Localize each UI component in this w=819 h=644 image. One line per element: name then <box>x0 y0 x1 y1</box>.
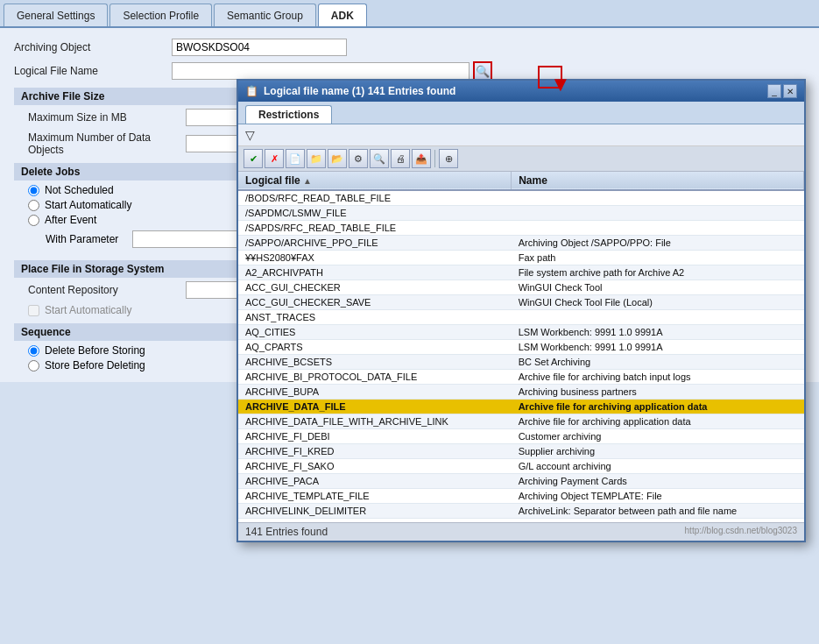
cell-logical: ARCHIVE_DATA_FILE <box>238 400 512 414</box>
modal-title: Logical file name (1) 141 Entries found <box>264 85 455 97</box>
cell-logical: ARCHIVE_FI_DEBI <box>238 429 512 444</box>
cell-name: G/L account archiving <box>512 459 804 474</box>
table-row[interactable]: ACC_GUI_CHECKER_SAVEWinGUI Check Tool Fi… <box>238 295 804 310</box>
cell-name: Archive file for archiving batch input l… <box>512 370 804 385</box>
modal-toolbar: ✔ ✗ 📄 📁 📂 ⚙ 🔍 🖨 📤 ⊕ <box>238 146 804 172</box>
table-row[interactable]: A2_ARCHIVPATHFile system archive path fo… <box>238 265 804 280</box>
modal-close-button[interactable]: ✕ <box>783 84 797 98</box>
cell-name: Archive file for archiving application d… <box>512 400 804 414</box>
cell-name: Fax path <box>512 251 804 265</box>
cell-name <box>512 310 804 325</box>
cell-name: BC Set Archiving <box>512 355 804 370</box>
col1-sort-arrow: ▲ <box>303 176 312 186</box>
table-row[interactable]: ARCHIVE_DATA_FILEArchive file for archiv… <box>238 400 804 414</box>
cell-logical: ARCHIVE_BI_PROTOCOL_DATA_FILE <box>238 370 512 385</box>
cell-name: Logical File Name for ArchiveLink <box>512 519 804 523</box>
cell-logical: ARCHIVE_PACA <box>238 474 512 489</box>
table-row[interactable]: ¥¥HS2080¥FAXFax path <box>238 251 804 265</box>
toolbar-print-button[interactable]: 🖨 <box>391 149 410 168</box>
toolbar-folder2-button[interactable]: 📂 <box>328 149 347 168</box>
modal-tab-bar: Restrictions <box>238 102 804 124</box>
toolbar-search-button[interactable]: 🔍 <box>370 149 389 168</box>
toolbar-add-button[interactable]: ⊕ <box>439 149 458 168</box>
toolbar-separator <box>434 150 435 167</box>
table-row[interactable]: /SAPDS/RFC_READ_TABLE_FILE <box>238 221 804 236</box>
cell-logical: ARCHIVE_FI_SAKO <box>238 459 512 474</box>
table-row[interactable]: ARCHIVE_BI_PROTOCOL_DATA_FILEArchive fil… <box>238 370 804 385</box>
table-row[interactable]: ARCHIVE_FI_KREDSupplier archiving <box>238 444 804 459</box>
toolbar-copy-button[interactable]: 📄 <box>286 149 305 168</box>
toolbar-check-button[interactable]: ✔ <box>244 149 263 168</box>
table-row[interactable]: ARCHIVE_BUPAArchiving business partners <box>238 385 804 400</box>
cell-name <box>512 221 804 236</box>
col-logical-file-header: Logical file ▲ <box>238 172 512 190</box>
table-row[interactable]: /SAPPO/ARCHIVE_PPO_FILEArchiving Object … <box>238 236 804 251</box>
modal-dialog: 📋 Logical file name (1) 141 Entries foun… <box>237 79 806 542</box>
cell-name: Supplier archiving <box>512 444 804 459</box>
cell-name: WinGUI Check Tool <box>512 280 804 295</box>
toolbar-settings-button[interactable]: ⚙ <box>349 149 368 168</box>
modal-table-container[interactable]: Logical file ▲ Name /BODS/RFC_READ_TABLE… <box>238 172 804 522</box>
table-header-row: Logical file ▲ Name <box>238 172 804 190</box>
modal-titlebar-buttons: _ ✕ <box>767 84 797 98</box>
cell-logical: ARCHIVE_FI_KRED <box>238 444 512 459</box>
cell-name: WinGUI Check Tool File (Local) <box>512 295 804 310</box>
filter-row: ▽ <box>238 124 804 146</box>
cell-logical: ARCHIVE_TEMPLATE_FILE <box>238 489 512 504</box>
table-row[interactable]: ARCHIVELINK_DELIMITERArchiveLink: Separa… <box>238 504 804 519</box>
modal-tab-restrictions[interactable]: Restrictions <box>245 105 332 124</box>
cell-name: ArchiveLink: Separator between path and … <box>512 504 804 519</box>
toolbar-folder1-button[interactable]: 📁 <box>307 149 326 168</box>
table-body: /BODS/RFC_READ_TABLE_FILE/SAPDMC/LSMW_FI… <box>238 190 804 522</box>
cell-logical: /SAPPO/ARCHIVE_PPO_FILE <box>238 236 512 251</box>
cell-name: Archiving Object TEMPLATE: File <box>512 489 804 504</box>
cell-logical: ARCHIVE_BUPA <box>238 385 512 400</box>
cell-logical: /SAPDMC/LSMW_FILE <box>238 206 512 221</box>
table-row[interactable]: ARCHIVLINK_FILELogical File Name for Arc… <box>238 519 804 523</box>
table-row[interactable]: /BODS/RFC_READ_TABLE_FILE <box>238 190 804 206</box>
modal-overlay: 📋 Logical file name (1) 141 Entries foun… <box>0 0 819 644</box>
table-row[interactable]: ARCHIVE_TEMPLATE_FILEArchiving Object TE… <box>238 489 804 504</box>
arrow-indicator: ▼ <box>550 72 571 96</box>
cell-name: LSM Workbench: 9991 1.0 9991A <box>512 340 804 355</box>
cell-name <box>512 190 804 206</box>
table-row[interactable]: ARCHIVE_DATA_FILE_WITH_ARCHIVE_LINKArchi… <box>238 414 804 429</box>
table-row[interactable]: AQ_CPARTSLSM Workbench: 9991 1.0 9991A <box>238 340 804 355</box>
cell-name: Archiving Payment Cards <box>512 474 804 489</box>
toolbar-export-button[interactable]: 📤 <box>412 149 431 168</box>
cell-logical: ARCHIVELINK_DELIMITER <box>238 504 512 519</box>
watermark-text: http://blog.csdn.net/blog3023 <box>685 526 797 535</box>
cell-logical: ARCHIVE_DATA_FILE_WITH_ARCHIVE_LINK <box>238 414 512 429</box>
cell-logical: ¥¥HS2080¥FAX <box>238 251 512 265</box>
table-row[interactable]: ARCHIVE_BCSETSBC Set Archiving <box>238 355 804 370</box>
cell-logical: AQ_CPARTS <box>238 340 512 355</box>
cell-logical: ARCHIVLINK_FILE <box>238 519 512 523</box>
cell-name: LSM Workbench: 9991 1.0 9991A <box>512 325 804 340</box>
table-row[interactable]: ARCHIVE_PACAArchiving Payment Cards <box>238 474 804 489</box>
col-name-header: Name <box>512 172 804 190</box>
status-text: 141 Entries found <box>245 526 328 538</box>
table-row[interactable]: ACC_GUI_CHECKERWinGUI Check Tool <box>238 280 804 295</box>
modal-status-bar: 141 Entries found http://blog.csdn.net/b… <box>238 522 804 541</box>
cell-logical: ACC_GUI_CHECKER <box>238 280 512 295</box>
table-row[interactable]: ANST_TRACES <box>238 310 804 325</box>
cell-logical: AQ_CITIES <box>238 325 512 340</box>
cell-name: Customer archiving <box>512 429 804 444</box>
cell-logical: ANST_TRACES <box>238 310 512 325</box>
table-row[interactable]: /SAPDMC/LSMW_FILE <box>238 206 804 221</box>
toolbar-cancel-button[interactable]: ✗ <box>265 149 284 168</box>
cell-logical: ARCHIVE_BCSETS <box>238 355 512 370</box>
table-row[interactable]: ARCHIVE_FI_SAKOG/L account archiving <box>238 459 804 474</box>
modal-minimize-button[interactable]: _ <box>767 84 781 98</box>
modal-titlebar-left: 📋 Logical file name (1) 141 Entries foun… <box>245 85 455 97</box>
cell-logical: ACC_GUI_CHECKER_SAVE <box>238 295 512 310</box>
modal-table: Logical file ▲ Name /BODS/RFC_READ_TABLE… <box>238 172 804 522</box>
cell-name: Archiving business partners <box>512 385 804 400</box>
table-row[interactable]: AQ_CITIESLSM Workbench: 9991 1.0 9991A <box>238 325 804 340</box>
filter-icon: ▽ <box>245 128 255 142</box>
table-row[interactable]: ARCHIVE_FI_DEBICustomer archiving <box>238 429 804 444</box>
cell-logical: A2_ARCHIVPATH <box>238 265 512 280</box>
modal-title-icon: 📋 <box>245 85 258 97</box>
cell-name: Archive file for archiving application d… <box>512 414 804 429</box>
cell-name <box>512 206 804 221</box>
